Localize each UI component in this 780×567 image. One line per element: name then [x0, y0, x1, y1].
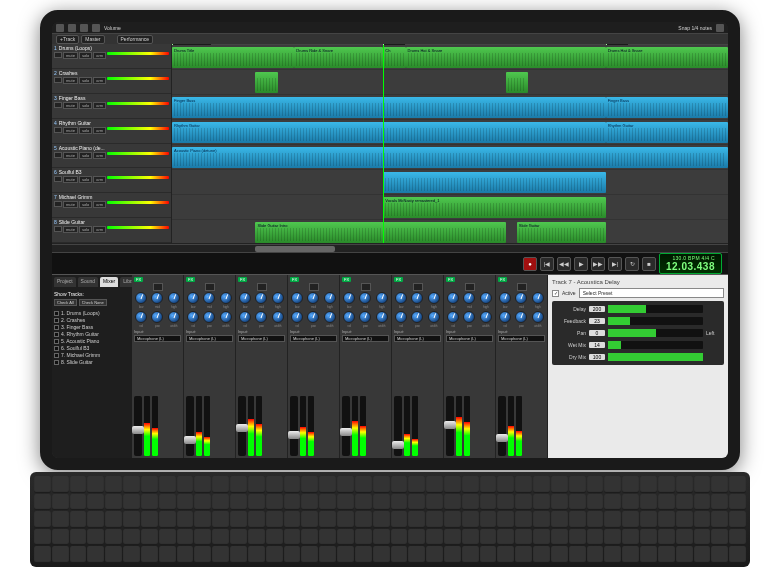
list-item[interactable]: 3. Finger Bass — [54, 324, 130, 330]
instrument-icon[interactable] — [517, 283, 527, 291]
solo-button[interactable]: solo — [79, 102, 92, 109]
play-button[interactable]: ▶ — [574, 257, 588, 271]
audio-clip[interactable]: Finger Bass — [172, 97, 606, 118]
mute-button[interactable]: mute — [63, 226, 78, 233]
eq-knob[interactable]: vol — [186, 311, 200, 328]
instrument-icon[interactable] — [465, 283, 475, 291]
track-header[interactable]: 4 Rhythm Guitarmutesoloarm — [52, 119, 171, 144]
instrument-icon[interactable] — [54, 77, 62, 83]
volume-fader[interactable] — [394, 396, 402, 456]
audio-clip[interactable]: Acoustic Piano (detune) — [172, 147, 728, 168]
track-lane[interactable]: Vocals McNasty remastered_1 — [172, 195, 728, 220]
eq-knob[interactable]: width — [219, 311, 233, 328]
audio-clip[interactable] — [506, 72, 528, 93]
instrument-icon[interactable] — [153, 283, 163, 291]
eq-knob[interactable]: pan — [410, 311, 424, 328]
arm-button[interactable]: arm — [93, 102, 106, 109]
track-header[interactable]: 6 Soulful B3mutesoloarm — [52, 168, 171, 193]
instrument-icon[interactable] — [309, 283, 319, 291]
loop-button[interactable]: ↻ — [625, 257, 639, 271]
mute-button[interactable]: mute — [63, 102, 78, 109]
audio-clip[interactable]: Ch — [383, 47, 405, 68]
eq-knob[interactable]: low — [342, 292, 356, 309]
arm-button[interactable]: arm — [93, 152, 106, 159]
list-item[interactable]: 5. Acoustic Piano — [54, 338, 130, 344]
forward-full-button[interactable]: ▶| — [608, 257, 622, 271]
eq-knob[interactable]: high — [323, 292, 337, 309]
snap-label[interactable]: Snap 1/4 notes — [678, 25, 712, 31]
list-item[interactable]: 2. Crashes — [54, 317, 130, 323]
horizontal-scrollbar[interactable] — [52, 244, 728, 252]
param-slider[interactable] — [608, 341, 703, 349]
checkbox[interactable] — [54, 332, 59, 337]
param-value[interactable]: 14 — [589, 342, 605, 348]
volume-fader[interactable] — [290, 396, 298, 456]
checkbox[interactable] — [54, 318, 59, 323]
param-value[interactable]: 100 — [589, 354, 605, 360]
eq-knob[interactable]: high — [271, 292, 285, 309]
instrument-icon[interactable] — [413, 283, 423, 291]
solo-button[interactable]: solo — [79, 77, 92, 84]
eq-knob[interactable]: pan — [254, 311, 268, 328]
checkbox[interactable] — [54, 325, 59, 330]
input-select[interactable]: Microphone (L) — [134, 335, 181, 342]
edit-menu-icon[interactable] — [68, 24, 76, 32]
audio-clip[interactable]: Drums Ride & Snare — [294, 47, 383, 68]
eq-knob[interactable]: vol — [446, 311, 460, 328]
checkbox[interactable] — [54, 353, 59, 358]
eq-knob[interactable]: pan — [150, 311, 164, 328]
eq-knob[interactable]: high — [479, 292, 493, 309]
scroll-thumb[interactable] — [255, 246, 335, 252]
instrument-icon[interactable] — [54, 152, 62, 158]
eq-knob[interactable]: width — [531, 311, 545, 328]
param-slider[interactable] — [608, 353, 703, 361]
rewind-button[interactable]: ◀◀ — [557, 257, 571, 271]
volume-fader[interactable] — [238, 396, 246, 456]
eq-knob[interactable]: pan — [358, 311, 372, 328]
audio-clip[interactable]: Slide Guitar — [517, 222, 606, 243]
record-button[interactable]: ● — [523, 257, 537, 271]
mute-button[interactable]: mute — [63, 77, 78, 84]
track-lane[interactable]: Acoustic Piano (detune) — [172, 145, 728, 170]
track-lane[interactable] — [172, 170, 728, 195]
eq-knob[interactable]: vol — [498, 311, 512, 328]
check-none-button[interactable]: Check None — [79, 299, 107, 306]
track-lane[interactable]: Finger BassFinger Bass — [172, 95, 728, 120]
eq-knob[interactable]: width — [375, 311, 389, 328]
checkbox[interactable] — [54, 346, 59, 351]
eq-knob[interactable]: low — [290, 292, 304, 309]
audio-clip[interactable]: Slide Guitar Intro — [255, 222, 505, 243]
instrument-icon[interactable] — [257, 283, 267, 291]
volume-fader[interactable] — [342, 396, 350, 456]
mute-button[interactable]: mute — [63, 52, 78, 59]
input-select[interactable]: Microphone (L) — [290, 335, 337, 342]
arm-button[interactable]: arm — [93, 77, 106, 84]
volume-fader[interactable] — [446, 396, 454, 456]
eq-knob[interactable]: mid — [410, 292, 424, 309]
eq-knob[interactable]: vol — [134, 311, 148, 328]
eq-knob[interactable]: width — [479, 311, 493, 328]
eq-knob[interactable]: low — [238, 292, 252, 309]
eq-knob[interactable]: pan — [514, 311, 528, 328]
list-item[interactable]: 1. Drums (Loops) — [54, 310, 130, 316]
instrument-icon[interactable] — [54, 52, 62, 58]
instrument-icon[interactable] — [54, 102, 62, 108]
audio-clip[interactable]: Drums Hat & Snare — [606, 47, 728, 68]
track-header[interactable]: 8 Slide Guitarmutesoloarm — [52, 218, 171, 243]
eq-knob[interactable]: high — [219, 292, 233, 309]
transport-lcd[interactable]: 130.0 BPM 4/4 C 12.03.438 — [659, 253, 722, 274]
fx-button[interactable]: FX — [498, 277, 507, 282]
volume-fader[interactable] — [186, 396, 194, 456]
tab-sound[interactable]: Sound — [78, 277, 98, 287]
track-header[interactable]: 7 Michael Grimmmutesoloarm — [52, 193, 171, 218]
eq-knob[interactable]: mid — [150, 292, 164, 309]
fx-button[interactable]: FX — [134, 277, 143, 282]
track-header[interactable]: 1 Drums (Loops)mutesoloarm — [52, 44, 171, 69]
arm-button[interactable]: arm — [93, 201, 106, 208]
eq-knob[interactable]: mid — [202, 292, 216, 309]
eq-knob[interactable]: width — [167, 311, 181, 328]
param-slider[interactable] — [608, 317, 703, 325]
arm-button[interactable]: arm — [93, 176, 106, 183]
volume-fader[interactable] — [134, 396, 142, 456]
list-item[interactable]: 8. Slide Guitar — [54, 359, 130, 365]
